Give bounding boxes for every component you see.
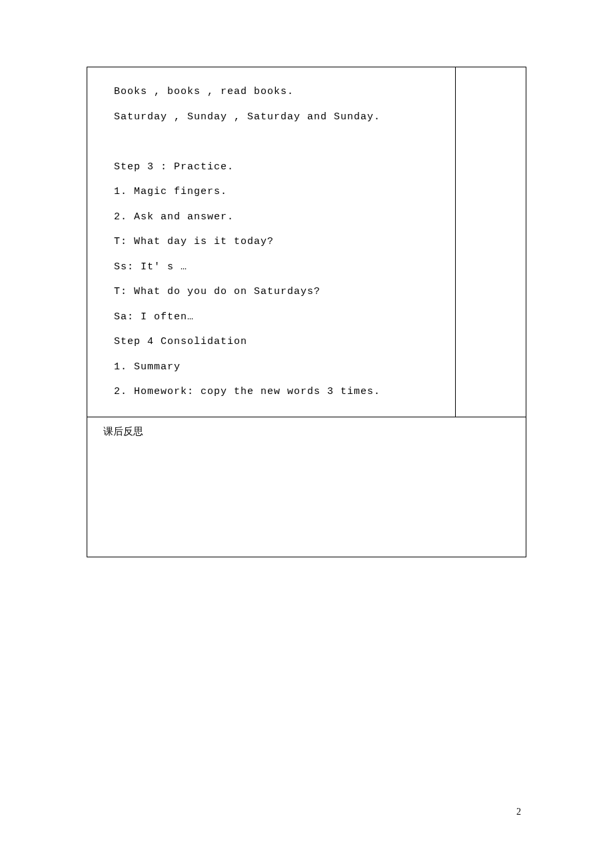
step-heading: Step 3 : Practice. — [114, 155, 447, 180]
text-line: Books , books , read books. — [114, 79, 447, 105]
dialogue-line: Ss: It' s … — [114, 255, 447, 280]
step-heading: Step 4 Consolidation — [114, 329, 447, 355]
content-row: Books , books , read books. Saturday , S… — [87, 67, 526, 417]
side-cell — [456, 67, 526, 417]
blank-line — [114, 129, 447, 155]
list-item: 2. Ask and answer. — [114, 205, 447, 230]
reflection-label: 课后反思 — [103, 427, 143, 438]
list-item: 1. Magic fingers. — [114, 179, 447, 205]
list-item: 2. Homework: copy the new words 3 times. — [114, 379, 447, 405]
main-content-cell: Books , books , read books. Saturday , S… — [87, 67, 456, 417]
lesson-plan-table: Books , books , read books. Saturday , S… — [87, 67, 526, 557]
text-line: Saturday , Sunday , Saturday and Sunday. — [114, 105, 447, 130]
page-number: 2 — [516, 807, 521, 817]
reflection-cell: 课后反思 — [87, 417, 526, 557]
dialogue-line: Sa: I often… — [114, 305, 447, 330]
reflection-row: 课后反思 — [87, 417, 526, 557]
list-item: 1. Summary — [114, 355, 447, 380]
dialogue-line: T: What day is it today? — [114, 229, 447, 255]
dialogue-line: T: What do you do on Saturdays? — [114, 279, 447, 305]
